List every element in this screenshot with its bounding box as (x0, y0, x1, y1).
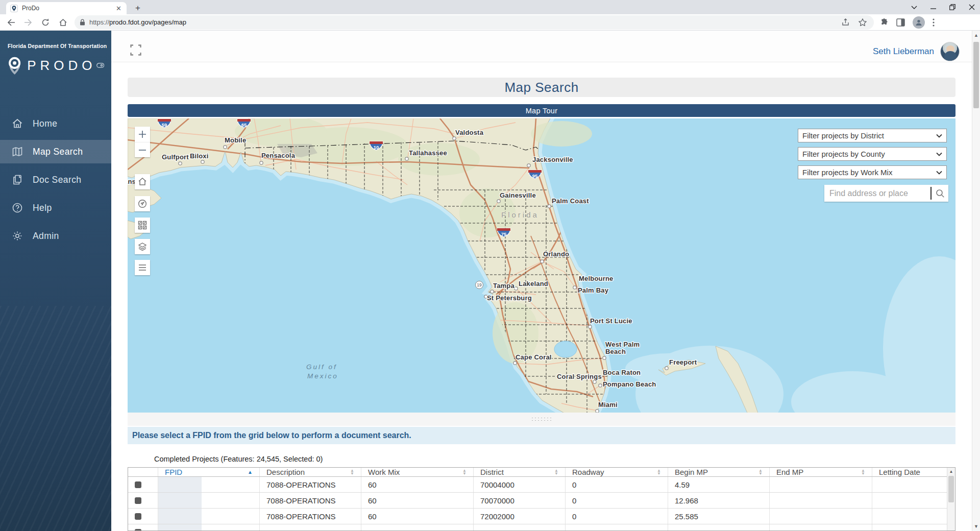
cell-fpid (158, 493, 260, 508)
browser-titlebar: ProDo ✕ + (0, 0, 980, 14)
checkbox[interactable] (135, 529, 141, 531)
extensions-puzzle-icon[interactable] (880, 18, 889, 27)
sidebar-toggle-eye-icon[interactable] (96, 62, 104, 69)
city-label: Pompano Beach (603, 380, 656, 388)
home-extent-button[interactable] (135, 174, 150, 189)
row-select-checkbox[interactable] (128, 493, 158, 508)
city-label: St Petersburg (487, 294, 532, 302)
sort-icon: ▲▼ (462, 469, 467, 475)
gear-icon (11, 230, 23, 242)
city-label: Tampa (493, 282, 515, 289)
city-label: Gulfport (162, 153, 189, 161)
back-icon[interactable] (4, 16, 17, 29)
browser-menu-kebab-icon[interactable] (933, 18, 935, 27)
table-row[interactable]: 7088-OPERATIONS6070070000012.968 (128, 493, 955, 509)
city-marker (260, 161, 263, 164)
window-close-icon[interactable] (969, 4, 975, 10)
user-name[interactable]: Seth Lieberman (873, 46, 934, 57)
table-row[interactable]: 7088-OPERATIONS607000400004.59 (128, 477, 955, 493)
column-header-roadway[interactable]: Roadway▲▼ (566, 468, 668, 476)
help-icon (11, 202, 23, 214)
bookmark-star-icon[interactable] (859, 18, 867, 26)
grid-scroll-up-icon[interactable]: ▲ (947, 469, 955, 474)
map-icon (11, 146, 23, 158)
search-icon[interactable] (932, 185, 948, 202)
share-icon[interactable] (842, 18, 850, 26)
page-scrollbar[interactable]: ▲ ▼ (972, 31, 980, 531)
filter-select-2[interactable]: Filter projects by Work Mix (798, 165, 947, 179)
cell-letting_date (770, 493, 872, 508)
row-select-checkbox[interactable] (128, 524, 158, 531)
browser-home-icon[interactable] (56, 16, 69, 29)
table-row[interactable] (128, 524, 955, 531)
fpid-masked-value (158, 477, 202, 492)
browser-toolbar: https://prodo.fdot.gov/pages/map (0, 14, 980, 31)
region-label: Mexico (307, 372, 338, 380)
layers-button[interactable] (135, 239, 150, 254)
checkbox[interactable] (135, 513, 141, 520)
fullscreen-icon[interactable] (130, 44, 141, 58)
city-label: Biloxi (190, 152, 209, 160)
sidebar-item-doc-search[interactable]: Doc Search (0, 168, 111, 191)
sidebar-item-map-search[interactable]: Map Search (0, 140, 111, 163)
app-header: Seth Lieberman (111, 31, 972, 62)
city-label: Jacksonville (532, 156, 573, 163)
column-header-fpid[interactable]: FPID▲ (158, 468, 260, 476)
grid-scrollbar[interactable]: ▲ (947, 468, 955, 530)
city-marker (541, 260, 544, 263)
window-restore-icon[interactable] (949, 4, 955, 10)
city-marker (573, 286, 576, 289)
grid-scroll-thumb[interactable] (948, 476, 954, 502)
browser-profile-icon[interactable] (913, 16, 925, 29)
column-header-letting-date[interactable]: Letting Date (872, 468, 940, 476)
map-tour-button[interactable]: Map Tour (128, 104, 955, 117)
locate-button[interactable] (135, 196, 150, 211)
map-canvas[interactable]: 596510957519 New OrleansGulfportBiloxiMo… (128, 118, 955, 413)
scroll-thumb[interactable] (973, 42, 979, 108)
address-search-input[interactable] (824, 189, 930, 198)
city-label: Melbourne (579, 275, 614, 282)
column-header-end-mp[interactable]: End MP▲▼ (770, 468, 872, 476)
city-marker (548, 205, 551, 208)
cell-undefined (872, 493, 940, 508)
browser-tab[interactable]: ProDo ✕ (6, 2, 127, 14)
city-marker (405, 157, 408, 160)
column-header-district[interactable]: District▲▼ (474, 468, 566, 476)
svg-text:75: 75 (501, 231, 507, 237)
legend-button[interactable] (135, 260, 150, 275)
filter-select-1[interactable]: Filter projects by County (798, 147, 947, 161)
scroll-down-icon[interactable]: ▼ (972, 524, 980, 529)
checkbox[interactable] (135, 481, 141, 488)
zoom-in-button[interactable] (135, 127, 150, 142)
zoom-out-button[interactable] (135, 142, 150, 157)
sidebar-item-home[interactable]: Home (0, 112, 111, 135)
tab-search-chevron-icon[interactable] (911, 5, 917, 9)
url-bar[interactable]: https://prodo.fdot.gov/pages/map (75, 15, 874, 30)
column-header-begin-mp[interactable]: Begin MP▲▼ (668, 468, 770, 476)
tab-close-icon[interactable]: ✕ (115, 5, 122, 12)
city-marker (179, 162, 182, 165)
checkbox[interactable] (135, 497, 141, 504)
user-avatar[interactable] (940, 42, 960, 61)
basemap-gallery-button[interactable] (135, 218, 150, 233)
new-tab-button[interactable]: + (132, 3, 144, 13)
sort-asc-icon: ▲ (248, 469, 253, 475)
resize-grip-handle[interactable] (531, 417, 552, 422)
filter-select-0[interactable]: Filter projects by District (798, 129, 947, 142)
sidebar-item-admin[interactable]: Admin (0, 224, 111, 248)
window-minimize-icon[interactable] (930, 5, 936, 10)
scroll-up-icon[interactable]: ▲ (972, 33, 980, 38)
row-select-checkbox[interactable] (128, 477, 158, 492)
sort-icon: ▲▼ (350, 469, 354, 475)
side-panel-icon[interactable] (896, 18, 905, 27)
row-select-checkbox[interactable] (128, 509, 158, 524)
city-marker (603, 356, 606, 359)
sidebar-item-help[interactable]: Help (0, 196, 111, 220)
home-icon (11, 117, 23, 130)
cell-work_mix: 7088-OPERATIONS (260, 477, 361, 492)
column-header-work-mix[interactable]: Work Mix▲▼ (361, 468, 474, 476)
reload-icon[interactable] (39, 16, 52, 29)
forward-icon[interactable] (21, 16, 35, 29)
table-row[interactable]: 7088-OPERATIONS6072002000025.585 (128, 509, 955, 524)
column-header-description[interactable]: Description▲▼ (260, 468, 361, 476)
